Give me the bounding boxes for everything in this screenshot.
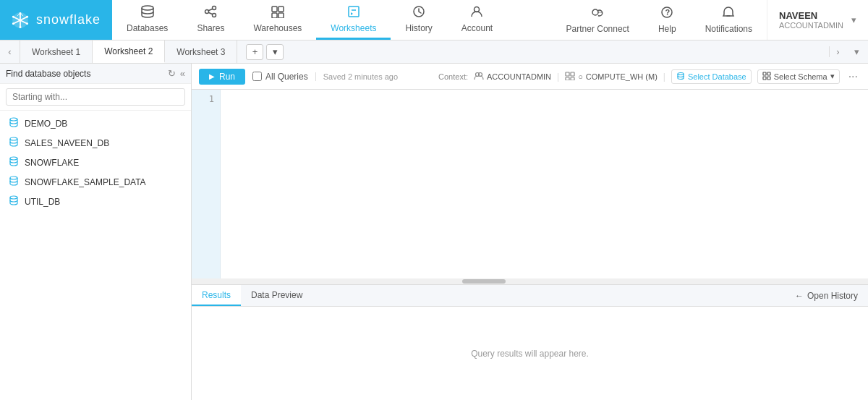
logo-text: snowflake: [36, 12, 101, 27]
sidebar-db-item-demo[interactable]: DEMO_DB: [0, 114, 191, 133]
worksheet-dropdown-btn[interactable]: ▾: [266, 44, 284, 60]
nav-label-warehouses: Warehouses: [253, 23, 302, 33]
nav-item-databases[interactable]: Databases: [112, 0, 182, 40]
all-queries-checkbox[interactable]: [252, 72, 262, 81]
tab-label-worksheet2: Worksheet 2: [104, 46, 153, 56]
sidebar-db-list: DEMO_DB SALES_NAVEEN_DB SNOWFLAKE SNOWFL…: [0, 111, 191, 400]
svg-point-5: [19, 26, 21, 28]
sidebar-collapse-btn[interactable]: «: [180, 68, 185, 79]
user-name: NAVEEN: [779, 10, 843, 21]
sidebar-search-input[interactable]: [6, 88, 185, 106]
tab-results[interactable]: Results: [192, 285, 241, 306]
databases-icon: [140, 5, 155, 20]
worksheets-icon: [346, 5, 361, 20]
empty-message-text: Query results will appear here.: [471, 349, 589, 359]
results-tabs-bar: Results Data Preview ← Open History: [192, 285, 868, 307]
user-role: ACCOUNTADMIN: [779, 21, 843, 30]
user-menu[interactable]: NAVEEN ACCOUNTADMIN ▾: [767, 0, 868, 40]
svg-rect-44: [763, 72, 766, 75]
editor-area: ▶ Run All Queries Saved 2 minutes ago Co…: [192, 64, 868, 400]
svg-point-15: [205, 9, 209, 13]
nav-item-shares[interactable]: Shares: [182, 0, 239, 40]
sidebar: Find database objects ↻ « DEMO_DB SALES_…: [0, 64, 192, 400]
account-icon: [469, 5, 484, 20]
nav-label-history: History: [405, 23, 432, 33]
sidebar-db-item-snowflake[interactable]: SNOWFLAKE: [0, 153, 191, 172]
nav-item-partner-connect[interactable]: Partner Connect: [552, 0, 644, 40]
code-editor: 1: [192, 90, 868, 278]
nav-item-notifications[interactable]: Notifications: [691, 0, 767, 40]
sidebar-refresh-btn[interactable]: ↻: [168, 68, 176, 79]
select-schema-btn[interactable]: Select Schema ▾: [757, 69, 840, 84]
svg-point-12: [142, 6, 153, 10]
db-name-sales: SALES_NAVEEN_DB: [25, 138, 109, 148]
svg-rect-18: [272, 7, 277, 12]
nav-item-history[interactable]: History: [391, 0, 446, 40]
nav-label-shares: Shares: [197, 23, 224, 33]
context-warehouse-name: COMPUTE_WH (M): [586, 72, 658, 81]
context-role: ACCOUNTADMIN: [474, 72, 551, 82]
nav-label-help: Help: [658, 24, 676, 34]
nav-item-worksheets[interactable]: Worksheets: [316, 0, 391, 40]
tabs-actions: + ▾: [240, 41, 289, 63]
run-label: Run: [219, 72, 235, 82]
tabs-right: › ▾: [829, 41, 868, 63]
svg-rect-19: [278, 7, 284, 12]
horizontal-scrollbar[interactable]: [192, 278, 868, 284]
tab-list-btn[interactable]: ▾: [848, 46, 865, 57]
nav-label-partner-connect: Partner Connect: [566, 24, 629, 34]
tabs-bar: ‹ Worksheet 1 Worksheet 2 Worksheet 3 + …: [0, 41, 868, 64]
svg-point-32: [10, 118, 17, 121]
svg-point-33: [10, 137, 17, 140]
horizontal-scrollbar-thumb[interactable]: [462, 279, 506, 284]
all-queries-checkbox-label[interactable]: All Queries: [252, 72, 308, 82]
context-separator-2: |: [663, 72, 665, 82]
line-number-1: 1: [192, 94, 214, 104]
svg-rect-21: [278, 13, 284, 18]
svg-rect-41: [566, 77, 569, 80]
warehouses-icon: [271, 5, 285, 20]
select-schema-label: Select Schema: [774, 72, 827, 81]
tab-worksheet3[interactable]: Worksheet 3: [165, 41, 237, 63]
select-database-label: Select Database: [688, 72, 746, 81]
more-options-btn[interactable]: ···: [846, 70, 861, 83]
code-editor-input[interactable]: [221, 90, 868, 278]
main-layout: Find database objects ↻ « DEMO_DB SALES_…: [0, 64, 868, 400]
db-name-snowflake: SNOWFLAKE: [25, 158, 79, 168]
db-name-util: UTIL_DB: [25, 197, 60, 207]
nav-item-warehouses[interactable]: Warehouses: [239, 0, 316, 40]
sidebar-search: [0, 84, 191, 111]
svg-rect-47: [767, 77, 770, 80]
role-icon: [474, 72, 484, 82]
tab-worksheet1[interactable]: Worksheet 1: [20, 41, 93, 63]
add-worksheet-btn[interactable]: +: [246, 44, 263, 60]
db-name-demo: DEMO_DB: [25, 119, 67, 129]
line-numbers: 1: [192, 90, 221, 278]
nav-item-account[interactable]: Account: [447, 0, 507, 40]
tab-worksheet2[interactable]: Worksheet 2: [93, 41, 165, 63]
editor-toolbar: ▶ Run All Queries Saved 2 minutes ago Co…: [192, 64, 868, 90]
svg-point-8: [12, 22, 14, 25]
main-nav: Databases Shares Warehouses Worksheets H…: [112, 0, 552, 40]
context-area: Context: ACCOUNTADMIN | ○ COMPUTE_WH (M)…: [438, 69, 861, 84]
open-history-btn[interactable]: ← Open History: [785, 285, 868, 306]
sidebar-db-item-sample[interactable]: SNOWFLAKE_SAMPLE_DATA: [0, 172, 191, 192]
top-nav: snowflake Databases Shares Warehouses Wo…: [0, 0, 868, 41]
run-button[interactable]: ▶ Run: [199, 69, 245, 85]
svg-rect-20: [272, 13, 277, 18]
user-menu-chevron-icon: ▾: [851, 14, 856, 25]
tab-next-btn[interactable]: ›: [829, 46, 846, 57]
svg-point-43: [678, 72, 684, 75]
sidebar-header: Find database objects ↻ «: [0, 64, 191, 84]
tab-data-preview[interactable]: Data Preview: [241, 285, 312, 306]
partner-connect-icon: [590, 6, 605, 21]
logo-area[interactable]: snowflake: [0, 0, 112, 40]
tab-prev-btn[interactable]: ‹: [0, 41, 20, 63]
db-icon-sales: [9, 137, 19, 149]
nav-label-databases: Databases: [127, 23, 168, 33]
select-database-btn[interactable]: Select Database: [671, 69, 752, 84]
svg-rect-22: [349, 7, 359, 17]
sidebar-db-item-util[interactable]: UTIL_DB: [0, 192, 191, 211]
nav-item-help[interactable]: ? Help: [644, 0, 691, 40]
sidebar-db-item-sales[interactable]: SALES_NAVEEN_DB: [0, 133, 191, 153]
